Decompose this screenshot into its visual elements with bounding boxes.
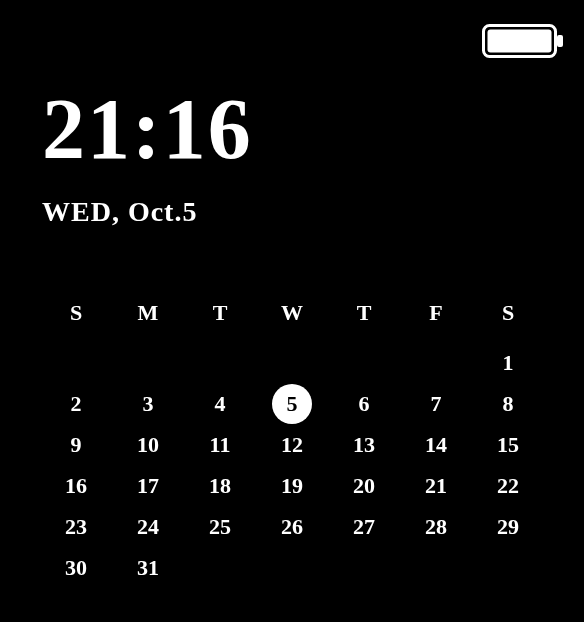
calendar-widget: SMTWTFS123456789101112131415161718192021… xyxy=(40,290,544,588)
date-display: WED, Oct.5 xyxy=(42,196,253,228)
day-cell[interactable]: 7 xyxy=(400,383,472,424)
day-cell[interactable]: 30 xyxy=(40,547,112,588)
day-cell[interactable]: 6 xyxy=(328,383,400,424)
day-cell[interactable]: 13 xyxy=(328,424,400,465)
day-number: 31 xyxy=(137,555,159,581)
day-number: 20 xyxy=(353,473,375,499)
day-number: 12 xyxy=(281,432,303,458)
time-display: 21:16 xyxy=(42,86,253,172)
day-cell[interactable]: 16 xyxy=(40,465,112,506)
day-number: 7 xyxy=(431,391,442,417)
day-header-tue: T xyxy=(184,290,256,342)
day-number: 10 xyxy=(137,432,159,458)
day-cell[interactable]: 12 xyxy=(256,424,328,465)
day-cell[interactable]: 26 xyxy=(256,506,328,547)
battery-icon xyxy=(482,24,564,62)
day-cell[interactable]: 20 xyxy=(328,465,400,506)
day-number: 26 xyxy=(281,514,303,540)
day-number: 1 xyxy=(503,350,514,376)
day-number: 21 xyxy=(425,473,447,499)
day-cell[interactable]: 4 xyxy=(184,383,256,424)
day-cell[interactable]: 27 xyxy=(328,506,400,547)
day-cell[interactable]: 1 xyxy=(472,342,544,383)
day-cell[interactable]: 21 xyxy=(400,465,472,506)
day-number: 11 xyxy=(210,432,231,458)
day-header-thu: T xyxy=(328,290,400,342)
day-number: 23 xyxy=(65,514,87,540)
day-cell[interactable]: 22 xyxy=(472,465,544,506)
day-number: 14 xyxy=(425,432,447,458)
day-cell[interactable]: 23 xyxy=(40,506,112,547)
day-number: 17 xyxy=(137,473,159,499)
day-number: 15 xyxy=(497,432,519,458)
day-cell[interactable]: 18 xyxy=(184,465,256,506)
day-number: 28 xyxy=(425,514,447,540)
day-cell[interactable]: 28 xyxy=(400,506,472,547)
day-cell[interactable]: 25 xyxy=(184,506,256,547)
day-number: 8 xyxy=(503,391,514,417)
day-cell[interactable]: 10 xyxy=(112,424,184,465)
day-number: 9 xyxy=(71,432,82,458)
day-cell[interactable]: 19 xyxy=(256,465,328,506)
day-cell[interactable]: 29 xyxy=(472,506,544,547)
day-cell[interactable]: 15 xyxy=(472,424,544,465)
day-cell[interactable]: 8 xyxy=(472,383,544,424)
svg-rect-2 xyxy=(557,35,563,47)
day-header-sat: S xyxy=(472,290,544,342)
day-number: 19 xyxy=(281,473,303,499)
day-number: 25 xyxy=(209,514,231,540)
day-number: 5 xyxy=(272,384,312,424)
day-header-mon: M xyxy=(112,290,184,342)
day-header-sun: S xyxy=(40,290,112,342)
day-number: 2 xyxy=(71,391,82,417)
day-header-wed: W xyxy=(256,290,328,342)
calendar-grid: SMTWTFS123456789101112131415161718192021… xyxy=(40,290,544,588)
day-number: 27 xyxy=(353,514,375,540)
day-number: 24 xyxy=(137,514,159,540)
day-number: 30 xyxy=(65,555,87,581)
day-number: 13 xyxy=(353,432,375,458)
day-cell[interactable]: 31 xyxy=(112,547,184,588)
day-cell[interactable]: 24 xyxy=(112,506,184,547)
day-number: 22 xyxy=(497,473,519,499)
day-number: 18 xyxy=(209,473,231,499)
day-header-fri: F xyxy=(400,290,472,342)
day-cell[interactable]: 17 xyxy=(112,465,184,506)
day-number: 29 xyxy=(497,514,519,540)
day-cell[interactable]: 14 xyxy=(400,424,472,465)
day-cell[interactable]: 3 xyxy=(112,383,184,424)
day-cell[interactable]: 9 xyxy=(40,424,112,465)
day-cell[interactable]: 2 xyxy=(40,383,112,424)
day-number: 16 xyxy=(65,473,87,499)
svg-rect-1 xyxy=(488,30,552,53)
day-number: 3 xyxy=(143,391,154,417)
clock-section: 21:16 WED, Oct.5 xyxy=(42,86,253,228)
day-cell[interactable]: 11 xyxy=(184,424,256,465)
day-number: 6 xyxy=(359,391,370,417)
day-cell-today[interactable]: 5 xyxy=(256,383,328,424)
day-number: 4 xyxy=(215,391,226,417)
